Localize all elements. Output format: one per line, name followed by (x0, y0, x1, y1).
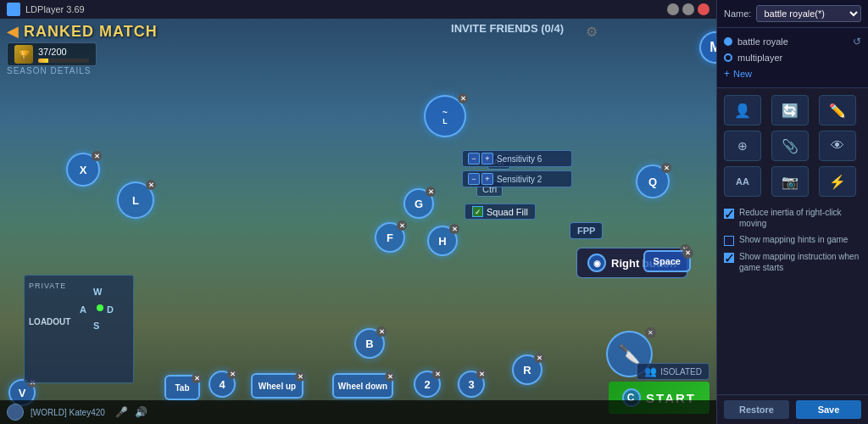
sidebar-header: Name: battle royale(*) (717, 0, 868, 28)
private-label: PRIVATE (29, 282, 66, 290)
position-dot (97, 304, 103, 311)
profile-radio-multi (724, 53, 732, 62)
profile-item-battle[interactable]: battle royale ↺ (724, 33, 861, 50)
close-4-icon[interactable]: ✕ (227, 369, 237, 379)
sens-minus-2[interactable]: − (468, 173, 480, 185)
text-icon-btn[interactable]: AA (724, 166, 761, 197)
profile-radio-battle (724, 37, 732, 46)
score-fill (38, 59, 48, 63)
edit-icon-btn[interactable]: ✏️ (819, 95, 856, 126)
d-key: D (107, 304, 114, 315)
camera-icon-btn[interactable]: 📷 (771, 166, 809, 197)
close-r-icon[interactable]: ✕ (534, 353, 544, 363)
app-icon (7, 3, 20, 16)
settings-icon[interactable]: ⚙ (586, 24, 598, 40)
close-wheeldown-icon[interactable]: ✕ (385, 371, 395, 382)
maximize-btn[interactable] (682, 3, 694, 15)
close-2-icon[interactable]: ✕ (432, 369, 442, 379)
squad-fill-label: Squad Fill (487, 207, 528, 217)
squad-fill-checkbox[interactable]: ✓ (472, 206, 483, 217)
checkbox-2[interactable] (724, 236, 734, 246)
lightning-icon-btn[interactable]: ⚡ (819, 166, 856, 197)
sensitivity-row-2: − + Sensitivity 2 (462, 170, 572, 187)
sens-minus-1[interactable]: − (468, 153, 480, 165)
key-f-btn[interactable]: F ✕ (375, 222, 405, 253)
minimize-btn[interactable] (667, 3, 679, 15)
space-btn[interactable]: Space ✕ (643, 250, 691, 272)
eye-icon-btn[interactable]: 👁 (819, 131, 856, 161)
score-bar (38, 59, 89, 63)
save-button[interactable]: Save (796, 400, 861, 419)
loadout-label: LOADOUT (29, 317, 70, 326)
key-4-btn[interactable]: 4 ✕ (209, 371, 236, 398)
sens-plus-2[interactable]: + (481, 173, 493, 185)
key-x-btn[interactable]: X ✕ (66, 153, 100, 187)
key-tab-btn[interactable]: Tab ✕ (164, 375, 200, 400)
close-h-icon[interactable]: ✕ (449, 224, 459, 234)
close-f-icon[interactable]: ✕ (397, 220, 407, 231)
close-wheelup-icon[interactable]: ✕ (295, 371, 305, 382)
squad-fill-row[interactable]: ✓ Squad Fill (465, 204, 536, 220)
key-b-btn[interactable]: B ✕ (354, 328, 385, 359)
close-x-icon[interactable]: ✕ (92, 151, 102, 161)
new-plus-icon: + (724, 68, 730, 80)
restore-button[interactable]: Restore (724, 400, 789, 419)
close-q-icon[interactable]: ✕ (661, 163, 671, 173)
sens-label-1: Sensitivity 6 (497, 154, 566, 164)
close-tab-icon[interactable]: ✕ (192, 373, 202, 383)
a-key: A (80, 304, 86, 315)
close-g-icon[interactable]: ✕ (426, 187, 436, 197)
crosshair-icon-btn[interactable]: ⊕ (724, 131, 761, 161)
key-g-btn[interactable]: G ✕ (403, 188, 434, 219)
check-row-3: ✓ Show mapping instruction when game sta… (724, 251, 861, 273)
score-value: 37/200 (38, 47, 89, 57)
profile-list: battle royale ↺ multiplayer + New (717, 28, 868, 88)
clip-icon-btn[interactable]: 📎 (771, 131, 809, 161)
sens-plus-1[interactable]: + (481, 153, 493, 165)
key-wheelup-btn[interactable]: Wheel up ✕ (251, 373, 303, 399)
volume-icon[interactable]: 🔊 (135, 406, 147, 418)
minimap (24, 275, 134, 383)
profile-refresh-icon[interactable]: ↺ (853, 36, 861, 47)
key-caps-btn[interactable]: ~ L ✕ (424, 95, 466, 137)
movement-area: PRIVATE LOADOUT W A D S (24, 275, 149, 400)
profile-item-multi[interactable]: multiplayer (724, 50, 861, 65)
profile-name-battle: battle royale (737, 36, 788, 47)
key-r-btn[interactable]: R ✕ (512, 354, 542, 385)
title-bar: LDPlayer 3.69 (0, 0, 716, 19)
close-b-icon[interactable]: ✕ (376, 326, 387, 337)
right-btn-icon: ◉ (587, 254, 606, 272)
new-profile-btn[interactable]: + New (724, 65, 861, 82)
sidebar-icon-grid: 👤 🔄 ✏️ ⊕ 📎 👁 AA 📷 ⚡ (717, 88, 868, 204)
players-icon: 👥 (644, 365, 657, 377)
score-box: 🏆 37/200 (7, 42, 97, 66)
window-controls[interactable] (667, 3, 709, 15)
key-h-btn[interactable]: H ✕ (427, 226, 458, 256)
checkbox-1[interactable]: ✓ (724, 209, 734, 219)
close-3-icon[interactable]: ✕ (476, 369, 487, 379)
close-space-icon[interactable]: ✕ (682, 248, 693, 259)
invite-friends: INVITE FRIENDS (0/4) (451, 22, 564, 35)
game-overlay: ◀ RANKED MATCH 🏆 37/200 SEASON DETAILS I… (0, 19, 716, 424)
key-l-btn[interactable]: L ✕ (117, 181, 154, 219)
back-arrow[interactable]: ◀ (7, 22, 19, 41)
rank-icon: 🏆 (14, 45, 33, 64)
key-3-btn[interactable]: 3 ✕ (458, 371, 485, 398)
app-title: LDPlayer 3.69 (25, 4, 85, 14)
close-caps-icon[interactable]: ✕ (458, 93, 468, 103)
mic-icon[interactable]: 🎤 (115, 406, 128, 418)
key-2-btn[interactable]: 2 ✕ (414, 371, 441, 398)
checkbox-3[interactable]: ✓ (724, 253, 734, 263)
close-l-icon[interactable]: ✕ (146, 180, 156, 190)
check-label-3: Show mapping instruction when game start… (739, 251, 861, 273)
swap-icon-btn[interactable]: 🔄 (771, 95, 809, 126)
name-label: Name: (724, 8, 751, 19)
key-q-btn[interactable]: Q ✕ (636, 165, 670, 198)
key-wheeldown-btn[interactable]: Wheel down ✕ (332, 373, 393, 399)
person-icon-btn[interactable]: 👤 (724, 95, 761, 126)
close-btn[interactable] (698, 3, 709, 15)
player-avatar (7, 404, 24, 421)
player-name: [WORLD] Katey420 (31, 408, 105, 417)
close-weapon-icon[interactable]: ✕ (645, 327, 656, 338)
profile-select[interactable]: battle royale(*) (756, 5, 861, 22)
